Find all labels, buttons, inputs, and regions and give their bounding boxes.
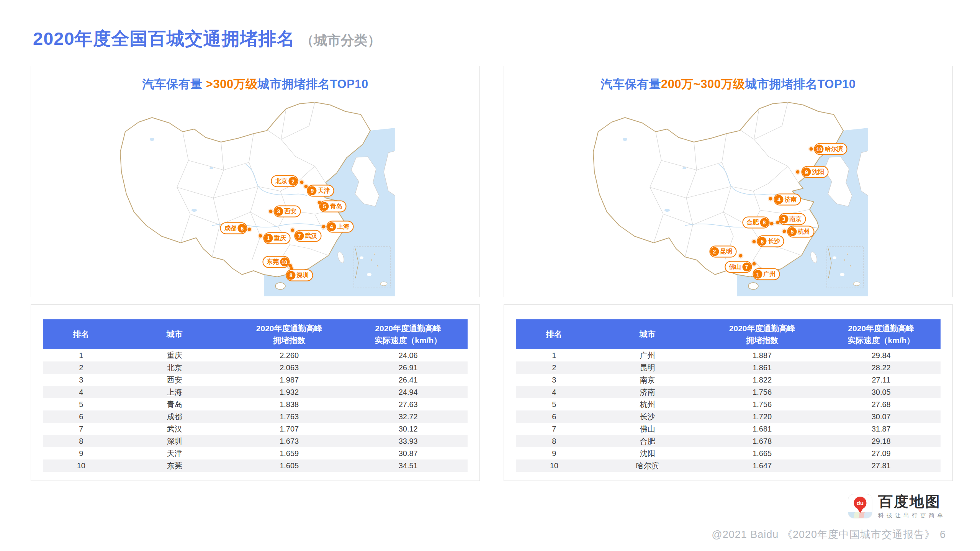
table-cell: 1.647 (703, 459, 822, 472)
table-cell: 3 (43, 374, 119, 386)
city-dot (258, 234, 262, 237)
city-dot (304, 185, 308, 188)
table-row: 3南京1.82227.11 (516, 374, 941, 386)
table-row: 2北京2.06326.91 (43, 361, 468, 374)
table-cell: 7 (43, 423, 119, 435)
table-cell: 34.51 (348, 459, 468, 472)
city-label: 上海 (337, 222, 349, 231)
city-label: 西安 (284, 207, 296, 215)
table-cell: 深圳 (119, 435, 230, 447)
table-cell: 2.063 (230, 361, 349, 374)
city-marker-rank-2: 2昆明 (709, 245, 736, 257)
city-dot (769, 197, 772, 200)
rank-badge: 1 (264, 234, 273, 242)
city-label: 杭州 (798, 227, 810, 235)
rank-badge: 1 (753, 270, 762, 279)
city-dot (770, 222, 773, 225)
table-cell: 8 (43, 435, 119, 447)
table-cell: 1.659 (230, 447, 349, 459)
page-heading: 2020年度全国百城交通拥堵排名 （城市分类） (33, 27, 381, 51)
city-label: 广州 (763, 270, 775, 278)
city-label: 昆明 (720, 247, 732, 255)
table-cell: 30.87 (348, 447, 468, 459)
table-row: 10东莞1.60534.51 (43, 459, 468, 472)
city-marker-rank-1: 1重庆 (263, 232, 290, 244)
table-header-row: 排名城市2020年度通勤高峰 拥堵指数2020年度通勤高峰 实际速度（km/h） (516, 319, 941, 349)
table-row: 5杭州1.75627.68 (516, 398, 941, 410)
panel-2m-to-3m: 汽车保有量200万~300万级城市拥堵排名TOP10 (504, 66, 953, 481)
table-row: 8深圳1.67333.93 (43, 435, 468, 447)
city-label: 佛山 (729, 263, 741, 271)
table-cell: 4 (43, 386, 119, 398)
table-cell: 1.605 (230, 459, 349, 472)
rank-badge: 10 (815, 145, 824, 154)
table-cell: 30.07 (821, 410, 941, 423)
city-marker-rank-8: 8深圳 (286, 269, 313, 281)
table-cell: 佛山 (592, 423, 703, 435)
table-row: 1重庆2.26024.06 (43, 349, 468, 361)
rank-badge: 10 (280, 258, 289, 267)
panel-title: 汽车保有量200万~300万级城市拥堵排名TOP10 (504, 76, 952, 92)
table-cell: 1.720 (703, 410, 822, 423)
table-cell: 上海 (119, 386, 230, 398)
ranking-table-card: 排名城市2020年度通勤高峰 拥堵指数2020年度通勤高峰 实际速度（km/h）… (31, 304, 480, 481)
table-header-cell: 排名 (43, 319, 119, 349)
table-cell: 3 (516, 374, 592, 386)
table-cell: 哈尔滨 (592, 459, 703, 472)
table-cell: 32.72 (348, 410, 468, 423)
table-cell: 杭州 (592, 398, 703, 410)
city-label: 成都 (224, 224, 237, 232)
city-dot (322, 225, 325, 228)
table-cell: 1.665 (703, 447, 822, 459)
table-cell: 2.260 (230, 349, 349, 361)
table-cell: 1.673 (230, 435, 349, 447)
table-cell: 31.87 (821, 423, 941, 435)
rank-badge: 8 (286, 271, 295, 280)
table-header-row: 排名城市2020年度通勤高峰 拥堵指数2020年度通勤高峰 实际速度（km/h） (43, 319, 468, 349)
city-dot (269, 209, 272, 213)
table-row: 8合肥1.67829.18 (516, 435, 941, 447)
table-cell: 1.707 (230, 423, 349, 435)
table-cell: 30.05 (821, 386, 941, 398)
panel-title: 汽车保有量 >300万级城市拥堵排名TOP10 (31, 76, 479, 92)
table-cell: 28.22 (821, 361, 941, 374)
city-label: 天津 (318, 186, 330, 195)
table-cell: 10 (516, 459, 592, 472)
panel-title-part: 汽车保有量 (600, 77, 661, 91)
panel-title-part: 汽车保有量 (142, 77, 206, 91)
table-cell: 沈阳 (592, 447, 703, 459)
table-cell: 29.18 (821, 435, 941, 447)
table-cell: 1.763 (230, 410, 349, 423)
city-label: 哈尔滨 (825, 145, 843, 153)
table-cell: 26.41 (348, 374, 468, 386)
ranking-table: 排名城市2020年度通勤高峰 拥堵指数2020年度通勤高峰 实际速度（km/h）… (43, 319, 468, 472)
table-header-cell: 城市 (592, 319, 703, 349)
city-label: 合肥 (746, 218, 759, 226)
table-row: 1广州1.88729.84 (516, 349, 941, 361)
table-row: 5青岛1.83827.63 (43, 398, 468, 410)
table-cell: 1.861 (703, 361, 822, 374)
city-label: 东莞 (267, 258, 279, 266)
rank-badge: 3 (779, 214, 788, 223)
table-cell: 4 (516, 386, 592, 398)
table-cell: 合肥 (592, 435, 703, 447)
rank-badge: 7 (295, 231, 304, 240)
city-dot (300, 180, 304, 184)
table-header-cell: 城市 (119, 319, 230, 349)
table-cell: 1.838 (230, 398, 349, 410)
rank-badge: 5 (320, 202, 329, 211)
panel-title-part: 200万~300万级 (661, 77, 745, 91)
rank-badge: 6 (758, 237, 767, 246)
panel-over-3m: 汽车保有量 >300万级城市拥堵排名TOP10 (31, 66, 480, 481)
table-cell: 9 (516, 447, 592, 459)
city-dot (809, 147, 813, 151)
table-cell: 1.887 (703, 349, 822, 361)
table-cell: 成都 (119, 410, 230, 423)
city-marker-rank-7: 7武汉 (294, 230, 321, 242)
table-row: 9沈阳1.66527.09 (516, 447, 941, 459)
rank-badge: 9 (802, 168, 811, 177)
map-pin-icon: du (854, 497, 867, 509)
city-marker-rank-2: 北京2 (271, 175, 298, 187)
table-row: 3西安1.98726.41 (43, 374, 468, 386)
table-row: 6成都1.76332.72 (43, 410, 468, 423)
